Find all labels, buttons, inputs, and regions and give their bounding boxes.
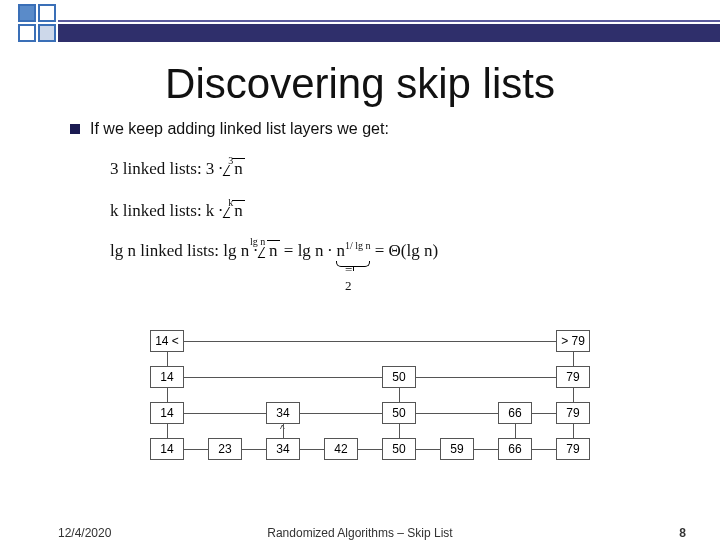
math-line-k: k linked lists: k · k n <box>110 200 630 221</box>
eq-tail: = Θ(lg n) <box>375 241 438 260</box>
skiplist-node: 59 <box>440 438 474 460</box>
underbrace-label: = 2 <box>345 262 362 294</box>
skiplist-arrow <box>242 449 266 450</box>
skiplist-vline <box>283 424 284 438</box>
math-prefix: lg n linked lists: lg n · <box>110 241 262 260</box>
underbrace: n1/ lg n = 2 <box>336 240 370 261</box>
skiplist-node: 79 <box>556 438 590 460</box>
skiplist-node: 14 < <box>150 330 184 352</box>
radicand: n <box>232 200 245 221</box>
decor-thin-bar <box>58 20 720 22</box>
skiplist-arrow <box>474 449 498 450</box>
skiplist-arrow <box>416 449 440 450</box>
n-exp: 1/ lg n <box>345 240 371 251</box>
skiplist-arrow <box>416 377 556 378</box>
skiplist-vline <box>573 424 574 438</box>
root-index: lg n <box>250 236 265 247</box>
skiplist-arrow <box>184 449 208 450</box>
skiplist-node: 79 <box>556 366 590 388</box>
skiplist-node: 66 <box>498 402 532 424</box>
skiplist-node: 50 <box>382 366 416 388</box>
skiplist-arrow <box>416 413 498 414</box>
decor-sq-empty <box>38 4 56 22</box>
skiplist-arrow <box>184 341 556 342</box>
math-prefix: 3 linked lists: 3 · <box>110 159 227 178</box>
skiplist-vline <box>399 388 400 402</box>
nth-root: 3 n <box>227 158 245 179</box>
skiplist-vline <box>573 352 574 366</box>
nth-root: k n <box>227 200 245 221</box>
header-decor <box>0 0 720 44</box>
nth-root: lg n n <box>262 240 280 261</box>
bullet-square-icon <box>70 124 80 134</box>
skiplist-node: > 79 <box>556 330 590 352</box>
skiplist-node: 79 <box>556 402 590 424</box>
page-number: 8 <box>679 526 686 540</box>
eq: = lg n · <box>284 241 337 260</box>
skiplist-arrow <box>358 449 382 450</box>
skiplist-node: 14 <box>150 402 184 424</box>
skiplist-node: 42 <box>324 438 358 460</box>
skiplist-arrow <box>184 413 266 414</box>
skiplist-arrow <box>300 449 324 450</box>
skiplist-vline <box>167 424 168 438</box>
decor-sq-empty <box>18 24 36 42</box>
n-base: n <box>336 241 345 260</box>
math-prefix: k linked lists: k · <box>110 201 227 220</box>
math-line-lgn: lg n linked lists: lg n · lg n n = lg n … <box>110 240 630 261</box>
skiplist-node: 66 <box>498 438 532 460</box>
skiplist-arrow <box>184 377 382 378</box>
skiplist-vline <box>515 424 516 438</box>
skip-list-diagram: 14 <> 791450791434506679^142334425059667… <box>150 330 590 480</box>
skiplist-vline <box>167 352 168 366</box>
bullet-text: If we keep adding linked list layers we … <box>90 120 389 138</box>
skiplist-node: 50 <box>382 438 416 460</box>
skiplist-node: 34 <box>266 402 300 424</box>
decor-sq-light <box>38 24 56 42</box>
skiplist-arrow <box>532 413 556 414</box>
radicand: n <box>232 158 245 179</box>
skiplist-node: 23 <box>208 438 242 460</box>
decor-sq-filled <box>18 4 36 22</box>
skiplist-node: 50 <box>382 402 416 424</box>
bullet-row: If we keep adding linked list layers we … <box>70 120 660 138</box>
skiplist-node: 34 <box>266 438 300 460</box>
page-title: Discovering skip lists <box>0 60 720 108</box>
skiplist-node: 14 <box>150 438 184 460</box>
skiplist-node: 14 <box>150 366 184 388</box>
slide: Discovering skip lists If we keep adding… <box>0 0 720 540</box>
body: If we keep adding linked list layers we … <box>70 120 660 138</box>
footer-title: Randomized Algorithms – Skip List <box>0 526 720 540</box>
skiplist-arrow <box>532 449 556 450</box>
skiplist-vline <box>399 424 400 438</box>
skiplist-arrow <box>300 413 382 414</box>
skiplist-vline <box>573 388 574 402</box>
decor-bar <box>58 24 720 42</box>
skiplist-vline <box>167 388 168 402</box>
math-line-3: 3 linked lists: 3 · 3 n <box>110 158 630 179</box>
